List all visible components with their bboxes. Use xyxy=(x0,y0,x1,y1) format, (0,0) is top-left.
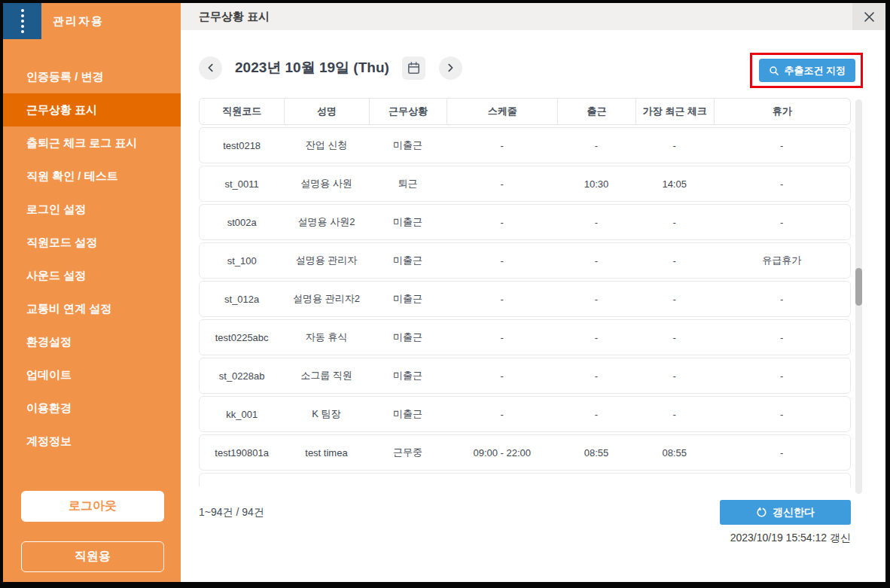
table-cell: - xyxy=(447,320,557,355)
table-row[interactable]: st002a설명용 사원2미출근---- xyxy=(199,204,851,240)
table-cell: 14:05 xyxy=(635,166,714,201)
sidebar-item-4[interactable]: 직원 확인 / 테스트 xyxy=(3,160,181,193)
kebab-dots-icon xyxy=(21,9,24,12)
table-cell: - xyxy=(714,128,850,163)
sidebar-item-5[interactable]: 로그인 설정 xyxy=(3,193,181,226)
table-row[interactable]: st_0228ab소그룹 직원미출근---- xyxy=(199,358,851,394)
header-cell: 스케줄 xyxy=(447,99,557,124)
table-cell: - xyxy=(447,474,557,486)
close-button[interactable] xyxy=(852,3,885,30)
header-cell: 출근 xyxy=(557,99,635,124)
table-cell: - xyxy=(714,358,850,393)
table-cell: - xyxy=(635,358,714,393)
table-cell: - xyxy=(557,320,635,355)
next-day-button[interactable] xyxy=(439,56,462,80)
kebab-dots-icon xyxy=(21,14,24,17)
table-row[interactable]: st_0011설명용 사원퇴근-10:3014:05- xyxy=(199,166,851,202)
table-row[interactable]: test190801atest timea근무중09:00 - 22:0008:… xyxy=(199,434,851,471)
table-cell: 미출근 xyxy=(369,397,447,431)
table-cell: 미출근 xyxy=(369,128,447,163)
sidebar-item-2[interactable]: 근무상황 표시 xyxy=(3,93,181,126)
calendar-picker-button[interactable] xyxy=(402,56,425,80)
table-cell: - xyxy=(447,128,557,163)
table-cell: 설명용 관리자 xyxy=(284,243,368,278)
table-cell: - xyxy=(557,282,635,316)
chevron-right-icon xyxy=(445,62,456,73)
table-cell: - xyxy=(714,474,850,486)
table-cell: - xyxy=(557,205,635,239)
calendar-icon xyxy=(407,61,421,75)
extraction-condition-button[interactable]: 추출조건 지정 xyxy=(759,59,855,82)
app-window: 관리자용 인증등록 / 변경근무상황 표시출퇴근 체크 로그 표시직원 확인 /… xyxy=(0,0,890,588)
table-cell: 08:55 xyxy=(635,435,714,470)
sidebar-item-6[interactable]: 직원모드 설정 xyxy=(3,226,181,259)
table-cell: st_0228ab xyxy=(200,358,284,393)
table-cell: - xyxy=(635,205,714,239)
table-cell: 관리자 비밀번호 xyxy=(284,474,368,486)
chevron-left-icon xyxy=(206,62,216,73)
table-cell: - xyxy=(714,397,850,431)
table-cell: 미출근 xyxy=(369,243,447,278)
table-cell: - xyxy=(447,282,557,316)
sidebar-item-7[interactable]: 사운드 설정 xyxy=(3,259,181,292)
table-cell: K 팀장 xyxy=(284,397,368,431)
refresh-button[interactable]: 갱신한다 xyxy=(720,500,851,525)
sidebar-item-11[interactable]: 이용환경 xyxy=(3,391,181,425)
table-cell: test timea xyxy=(284,435,368,470)
kebab-dots-icon xyxy=(21,25,24,28)
table-cell: 미출근 xyxy=(369,474,447,486)
previous-day-button[interactable] xyxy=(199,56,222,80)
header-cell: 휴가 xyxy=(714,99,850,124)
table-cell: - xyxy=(635,243,714,278)
close-icon xyxy=(864,11,875,23)
refresh-button-label: 갱신한다 xyxy=(773,506,815,519)
page-title: 근무상황 표시 xyxy=(199,10,270,24)
table-cell: st_012a xyxy=(200,282,284,316)
table-cell: - xyxy=(447,243,557,278)
table-cell: test0305aaaa xyxy=(200,474,284,486)
table-cell: test0218 xyxy=(200,128,284,163)
table-cell: - xyxy=(635,474,714,486)
search-icon xyxy=(769,66,779,76)
kebab-dots-icon xyxy=(21,20,24,23)
table-row[interactable]: test0218잔업 신청미출근---- xyxy=(199,127,851,163)
table-row[interactable]: test0305aaaa관리자 비밀번호미출근---- xyxy=(199,473,851,486)
table-cell: kk_001 xyxy=(200,397,284,431)
table-cell: 설명용 사원 xyxy=(284,166,368,201)
sidebar-item-1[interactable]: 인증등록 / 변경 xyxy=(3,60,181,93)
table-scrollbar-thumb[interactable] xyxy=(855,268,862,306)
table-cell: - xyxy=(714,435,850,470)
table-header-row: 직원코드성명근무상황스케줄출근가장 최근 체크휴가 xyxy=(199,98,851,125)
table-cell: 미출근 xyxy=(369,205,447,239)
work-status-table: 직원코드성명근무상황스케줄출근가장 최근 체크휴가 test0218잔업 신청미… xyxy=(199,98,851,486)
main-panel: 근무상황 표시 2023년 10월 19일 (Thu) xyxy=(181,3,885,582)
app-menu-button[interactable] xyxy=(3,3,41,39)
date-navigation: 2023년 10월 19일 (Thu) xyxy=(199,56,462,80)
table-cell: - xyxy=(714,282,850,316)
table-cell: 자동 휴식 xyxy=(284,320,368,355)
refresh-icon xyxy=(756,507,767,518)
table-cell: 근무중 xyxy=(369,435,447,470)
table-row[interactable]: st_012a설명용 관리자2미출근---- xyxy=(199,281,851,317)
sidebar-item-8[interactable]: 교통비 연계 설정 xyxy=(3,292,181,325)
employee-mode-button[interactable]: 직원용 xyxy=(21,541,164,572)
table-row[interactable]: test0225abc자동 휴식미출근---- xyxy=(199,319,851,355)
table-scrollbar-track[interactable] xyxy=(855,99,862,494)
logout-button[interactable]: 로그아웃 xyxy=(21,491,164,522)
sidebar: 관리자용 인증등록 / 변경근무상황 표시출퇴근 체크 로그 표시직원 확인 /… xyxy=(3,3,181,582)
sidebar-item-9[interactable]: 환경설정 xyxy=(3,325,181,358)
sidebar-item-3[interactable]: 출퇴근 체크 로그 표시 xyxy=(3,126,181,160)
table-cell: 08:55 xyxy=(557,435,635,470)
table-cell: - xyxy=(447,358,557,393)
table-cell: - xyxy=(635,128,714,163)
table-cell: 설명용 사원2 xyxy=(284,205,368,239)
table-cell: 잔업 신청 xyxy=(284,128,368,163)
header-cell: 가장 최근 체크 xyxy=(635,99,714,124)
table-cell: - xyxy=(635,397,714,431)
sidebar-item-10[interactable]: 업데이트 xyxy=(3,358,181,391)
sidebar-item-12[interactable]: 계정정보 xyxy=(3,425,181,458)
table-row[interactable]: st_100설명용 관리자미출근---유급휴가 xyxy=(199,242,851,279)
table-row[interactable]: kk_001K 팀장미출근---- xyxy=(199,396,851,432)
table-cell: - xyxy=(714,320,850,355)
table-cell: st002a xyxy=(200,205,284,239)
